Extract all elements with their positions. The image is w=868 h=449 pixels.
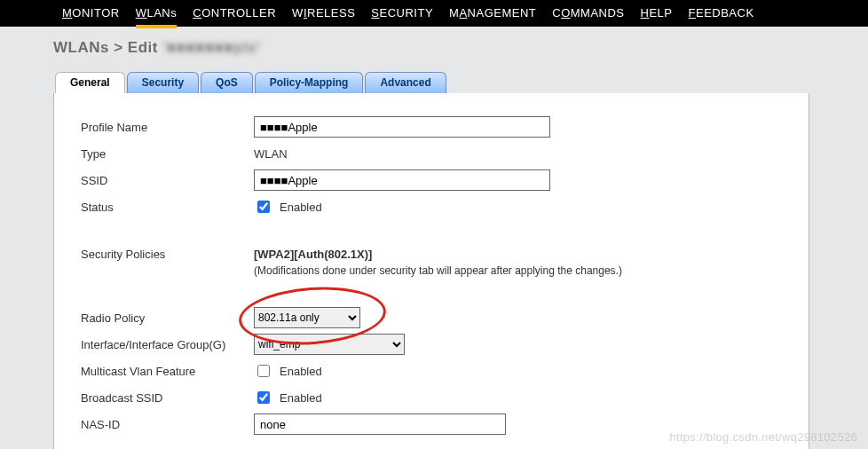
value-type: WLAN [254, 147, 288, 161]
label-type: Type [81, 147, 254, 161]
label-security-policies: Security Policies [81, 248, 254, 261]
label-ssid: SSID [81, 174, 254, 187]
label-interface-group: Interface/Interface Group(G) [81, 338, 254, 351]
status-checkbox[interactable] [257, 201, 270, 213]
nav-monitor[interactable]: MONITOR [62, 6, 120, 21]
broadcast-ssid-checkbox[interactable] [257, 391, 270, 404]
nav-help[interactable]: HELP [641, 6, 673, 21]
nas-id-input[interactable] [254, 414, 506, 435]
status-enabled-text: Enabled [280, 201, 322, 214]
note-security-policies: (Modifications done under security tab w… [254, 264, 622, 277]
nav-controller[interactable]: CONTROLLER [193, 6, 276, 21]
label-nas-id: NAS-ID [81, 418, 254, 431]
label-multicast-vlan: Multicast Vlan Feature [81, 365, 254, 378]
tab-policy-mapping[interactable]: Policy-Mapping [255, 72, 364, 94]
tab-qos[interactable]: QoS [201, 72, 253, 94]
nav-feedback[interactable]: FEEDBACK [689, 6, 754, 21]
tab-security[interactable]: Security [127, 72, 199, 94]
profile-name-input[interactable] [254, 116, 550, 138]
tab-advanced[interactable]: Advanced [365, 72, 446, 94]
interface-group-select[interactable]: wifi_emp [254, 334, 405, 355]
nav-wireless[interactable]: WIRELESS [292, 6, 355, 21]
label-profile-name: Profile Name [81, 121, 254, 134]
nav-wlans[interactable]: WLANs [136, 6, 178, 21]
tab-panel-general: Profile Name Type WLAN SSID Status [53, 93, 809, 449]
multicast-enabled-text: Enabled [280, 365, 322, 378]
multicast-vlan-checkbox[interactable] [257, 365, 270, 377]
nav-commands[interactable]: COMMANDS [552, 6, 624, 21]
tab-bar: General Security QoS Policy-Mapping Adva… [55, 72, 868, 94]
page-title: WLANs > Edit '■■■■■■■ple' [53, 39, 868, 57]
broadcast-enabled-text: Enabled [280, 391, 322, 405]
tab-general[interactable]: General [55, 72, 125, 94]
label-broadcast-ssid: Broadcast SSID [81, 391, 254, 405]
radio-policy-select[interactable]: 802.11a only [254, 307, 360, 328]
nav-security[interactable]: SECURITY [371, 6, 433, 21]
nav-management[interactable]: MANAGEMENT [449, 6, 536, 21]
ssid-input[interactable] [254, 169, 550, 191]
value-security-policies: [WPA2][Auth(802.1X)] [254, 248, 622, 261]
label-status: Status [81, 201, 254, 214]
top-nav: MONITOR WLANs CONTROLLER WIRELESS SECURI… [0, 0, 868, 27]
label-radio-policy: Radio Policy [81, 311, 254, 325]
